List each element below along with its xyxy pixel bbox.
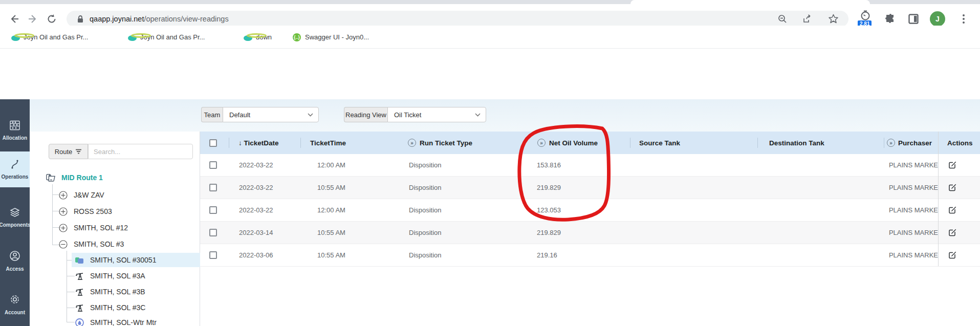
team-label: Team: [201, 107, 223, 122]
row-checkbox[interactable]: [209, 229, 217, 236]
share-icon[interactable]: [802, 14, 812, 26]
row-checkbox[interactable]: [209, 206, 217, 214]
col-ticketdate[interactable]: ↓ TicketDate: [230, 139, 300, 147]
table-row[interactable]: 2022-03-22 12:00 AM Disposition 153.816 …: [200, 154, 980, 177]
col-source-tank[interactable]: Source Tank: [630, 139, 757, 147]
url-bar[interactable]: qaapp.joynai.net/operations/view-reading…: [67, 11, 848, 27]
tree-search-input[interactable]: [88, 144, 193, 159]
reload-icon[interactable]: [45, 12, 58, 26]
aggregate-icon[interactable]: »: [887, 139, 895, 147]
sidebar-item-access[interactable]: Access: [0, 243, 30, 279]
person-circle-icon: [9, 250, 20, 264]
bookmark-item[interactable]: down: [244, 26, 272, 49]
row-checkbox[interactable]: [209, 251, 217, 259]
bookmark-item[interactable]: {..} Swagger UI - Joyn0...: [293, 26, 369, 49]
sort-desc-icon[interactable]: ↓: [238, 139, 242, 147]
tree-node[interactable]: SMITH, SOL #3B: [75, 285, 145, 299]
column-divider: [630, 138, 630, 148]
cell-run-ticket-type: Disposition: [399, 206, 517, 214]
col-purchaser[interactable]: »Purchaser: [886, 139, 938, 147]
explore-tree-panel: Route MID Route 1 J&W ZAV: [30, 132, 200, 326]
side-panel-icon[interactable]: [907, 12, 920, 26]
folder-icon: [46, 173, 55, 182]
tree-node[interactable]: J&W ZAV: [58, 188, 104, 202]
cell-run-ticket-type: Disposition: [399, 229, 517, 236]
tree-node[interactable]: SMITH, SOL #12: [58, 221, 128, 235]
cell-purchaser: PLAINS MARKE: [886, 206, 938, 214]
column-divider: [300, 138, 301, 148]
joyn-favicon: [128, 33, 136, 41]
zoom-out-icon[interactable]: [778, 14, 787, 26]
select-all-checkbox[interactable]: [209, 139, 217, 147]
edit-icon[interactable]: [948, 250, 957, 260]
url-text[interactable]: qaapp.joynai.net/operations/view-reading…: [90, 15, 229, 23]
bookmark-item[interactable]: Joyn Oil and Gas Pr...: [11, 26, 88, 49]
active-tab-bottom[interactable]: [630, 0, 870, 4]
cell-actions: [938, 183, 980, 193]
team-select[interactable]: Default: [223, 107, 319, 122]
reading-view-select[interactable]: Oil Ticket: [387, 107, 486, 122]
lock-icon: [77, 15, 84, 25]
sidebar-item-operations[interactable]: Operations: [0, 151, 30, 187]
timer-extension-icon[interactable]: 2.81: [857, 10, 874, 23]
route-filter-button[interactable]: Route: [49, 144, 88, 159]
tree-node[interactable]: SMITH, SOL #3A: [75, 269, 145, 283]
cell-net-oil-volume: 219.829: [517, 229, 630, 236]
bookmark-star-icon[interactable]: [829, 14, 838, 26]
cell-ticketdate: 2022-03-14: [230, 229, 300, 236]
browser-toolbar: qaapp.joynai.net/operations/view-reading…: [0, 4, 980, 26]
plus-circle-icon[interactable]: [58, 207, 68, 216]
tree-node[interactable]: SMITH, SOL #3: [58, 237, 124, 251]
cell-actions: [938, 228, 980, 238]
flowline-icon: [10, 159, 20, 171]
minus-circle-icon[interactable]: [58, 240, 68, 249]
tree-guide-line: [67, 251, 67, 322]
aggregate-icon[interactable]: »: [408, 139, 416, 147]
col-actions: Actions: [938, 139, 980, 147]
table-row[interactable]: 2022-03-22 12:00 AM Disposition 123.053 …: [200, 199, 980, 222]
cell-tickettime: 12:00 AM: [300, 206, 399, 214]
tree-node[interactable]: ROSS 2503: [58, 204, 112, 219]
plus-circle-icon[interactable]: [58, 190, 68, 200]
table-row[interactable]: 2022-03-06 10:55 AM Disposition 219.16 P…: [200, 244, 980, 267]
cell-tickettime: 10:55 AM: [300, 184, 399, 191]
edit-icon[interactable]: [948, 228, 957, 238]
sidebar-item-allocation[interactable]: Allocation: [0, 113, 30, 148]
edit-icon[interactable]: [948, 205, 957, 215]
water-meter-icon: [75, 318, 84, 326]
tree-node[interactable]: SMITH, SOL #3C: [75, 300, 145, 315]
browser-menu-icon[interactable]: [957, 12, 970, 26]
edit-icon[interactable]: [948, 183, 957, 193]
sidebar-item-account[interactable]: Account: [0, 287, 30, 322]
col-net-oil-volume[interactable]: »Net Oil Volume: [517, 139, 630, 147]
edit-icon[interactable]: [948, 160, 957, 170]
tree-node[interactable]: SMITH, SOL-Wtr Mtr: [75, 315, 157, 326]
tree-node-route[interactable]: MID Route 1: [46, 170, 103, 185]
extensions-puzzle-icon[interactable]: [884, 12, 897, 26]
col-run-ticket-type[interactable]: »Run Ticket Type: [399, 139, 517, 147]
cell-net-oil-volume: 219.16: [517, 251, 630, 259]
cell-purchaser: PLAINS MARKE: [886, 251, 938, 259]
back-icon[interactable]: [8, 12, 21, 26]
column-divider: [757, 138, 758, 148]
cell-run-ticket-type: Disposition: [399, 184, 517, 191]
cell-net-oil-volume: 219.829: [517, 184, 630, 191]
app-window: qaapp.joynai.net/operations/view-reading…: [0, 0, 980, 326]
row-checkbox[interactable]: [209, 161, 217, 169]
bookmark-item[interactable]: Joyn Oil and Gas Pr...: [128, 26, 205, 49]
plus-circle-icon[interactable]: [58, 223, 68, 232]
table-row[interactable]: 2022-03-14 10:55 AM Disposition 219.829 …: [200, 222, 980, 244]
cell-net-oil-volume: 123.053: [517, 206, 630, 214]
browser-profile-avatar[interactable]: J: [930, 11, 945, 27]
col-destination-tank[interactable]: Destination Tank: [757, 139, 886, 147]
reading-view-label: Reading View: [344, 107, 387, 122]
aggregate-icon[interactable]: »: [537, 139, 546, 147]
sidebar-item-components[interactable]: Components: [0, 200, 30, 235]
forward-icon[interactable]: [26, 12, 39, 26]
tree-node-selected[interactable]: SMITH, SOL #30051: [72, 253, 200, 267]
col-tickettime[interactable]: TicketTime: [300, 139, 399, 147]
table-row[interactable]: 2022-03-22 10:55 AM Disposition 219.829 …: [200, 177, 980, 199]
cell-net-oil-volume: 153.816: [517, 161, 630, 169]
cell-ticketdate: 2022-03-06: [230, 251, 300, 259]
row-checkbox[interactable]: [209, 184, 217, 191]
